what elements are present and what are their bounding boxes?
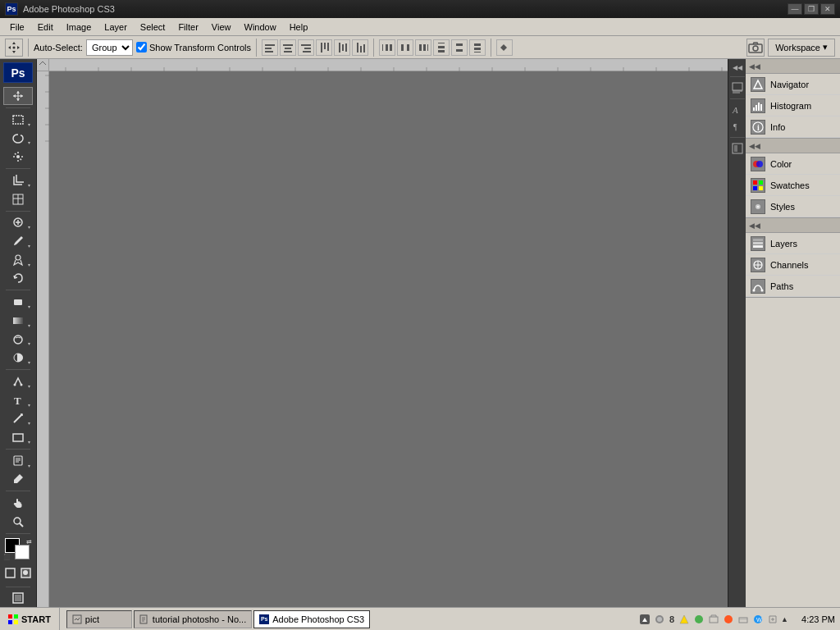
auto-align-btn[interactable] (496, 39, 513, 56)
svg-rect-11 (324, 43, 326, 49)
align-top-btn[interactable] (316, 39, 332, 56)
dist-center-h-btn[interactable] (397, 39, 413, 56)
show-transform-checkbox[interactable] (136, 42, 147, 52)
menu-file[interactable]: File (3, 18, 31, 35)
app-icon: Ps (5, 2, 18, 16)
color-boxes[interactable]: ⇄ ⬛ (3, 538, 33, 560)
clone-stamp-btn[interactable]: ▾ (3, 251, 33, 269)
panel-info[interactable]: i Info (746, 116, 840, 138)
panel-group1-icon[interactable] (730, 80, 745, 95)
hand-tool-btn[interactable] (3, 494, 33, 512)
background-color[interactable] (15, 545, 30, 559)
close-button[interactable]: ✕ (820, 3, 835, 15)
dodge-tool-btn[interactable]: ▾ (3, 349, 33, 367)
tray-icon-3[interactable] (678, 613, 691, 626)
canvas-area[interactable] (37, 59, 728, 607)
taskbar-items: pict tutorial photosho - No... Ps Adobe … (63, 610, 630, 628)
auto-select-dropdown[interactable]: Group Layer (86, 39, 133, 56)
align-right-btn[interactable] (298, 39, 314, 56)
svg-rect-15 (345, 43, 347, 52)
standard-mode-btn[interactable] (3, 564, 17, 583)
dist-right-btn[interactable] (415, 39, 431, 56)
menu-view[interactable]: View (205, 18, 238, 35)
panel-channels[interactable]: Channels (746, 254, 840, 276)
panel-group2-collapse[interactable]: ◀◀ (747, 142, 762, 150)
history-brush-btn[interactable] (3, 270, 33, 288)
magic-wand-btn[interactable] (3, 148, 33, 166)
show-transform-container[interactable]: Show Transform Controls (136, 42, 251, 52)
dist-top-btn[interactable] (433, 39, 450, 56)
panel-navigator[interactable]: Navigator (746, 74, 840, 95)
screen-mode-btn[interactable] (3, 589, 33, 607)
align-center-h-btn[interactable] (280, 39, 296, 56)
tray-icon-8[interactable]: W (751, 613, 765, 626)
menu-window[interactable]: Window (238, 18, 283, 35)
swap-colors-icon[interactable]: ⇄ (26, 538, 32, 546)
minimize-button[interactable]: — (788, 3, 802, 15)
reset-colors-icon[interactable]: ⬛ (3, 554, 11, 560)
panel-group3-collapse[interactable]: ◀◀ (747, 221, 762, 230)
taskbar-item-tutorial[interactable]: tutorial photosho - No... (134, 610, 252, 628)
zoom-tool-btn[interactable] (3, 513, 33, 531)
marquee-tool-btn[interactable]: ▾ (3, 111, 33, 129)
dist-center-v-btn[interactable] (451, 39, 468, 56)
menu-help[interactable]: Help (283, 18, 315, 35)
workspace-button[interactable]: Workspace ▾ (768, 39, 835, 57)
panel-paths[interactable]: Paths (746, 276, 840, 297)
menu-edit[interactable]: Edit (31, 18, 60, 35)
start-button[interactable]: START (0, 608, 60, 631)
quick-mask-btn[interactable] (19, 564, 33, 583)
menu-select[interactable]: Select (134, 18, 172, 35)
panel-group3-icon[interactable]: ¶ (730, 119, 745, 134)
camera-icon[interactable] (746, 39, 765, 57)
taskbar-item-pict[interactable]: pict (66, 610, 132, 628)
dist-left-btn[interactable] (379, 39, 395, 56)
lasso-tool-btn[interactable]: ▾ (3, 130, 33, 148)
svg-text:A: A (732, 105, 738, 115)
align-center-v-btn[interactable] (334, 39, 350, 56)
heal-tool-btn[interactable]: ▾ (3, 213, 33, 231)
dist-bottom-btn[interactable] (469, 39, 486, 56)
type-tool-btn[interactable]: T ▾ (3, 391, 33, 409)
tray-icon-6[interactable] (722, 613, 735, 626)
gradient-tool-btn[interactable]: ▾ (3, 312, 33, 330)
panel-histogram[interactable]: Histogram (746, 95, 840, 116)
panel-swatches[interactable]: Swatches (746, 175, 840, 196)
taskbar-item-photoshop[interactable]: Ps Adobe Photoshop CS3 (253, 610, 370, 628)
panel-group4-icon[interactable] (730, 141, 745, 156)
blur-tool-btn[interactable]: ▾ (3, 331, 33, 349)
panel-styles[interactable]: Styles (746, 196, 840, 217)
menu-filter[interactable]: Filter (171, 18, 204, 35)
tray-icon-2[interactable] (653, 613, 666, 626)
panel-group2-icon[interactable]: A (730, 103, 745, 117)
panel-collapse-btn[interactable]: ◀◀ (731, 62, 744, 73)
slice-tool-btn[interactable] (3, 190, 33, 208)
brush-tool-btn[interactable]: ▾ (3, 232, 33, 250)
menu-image[interactable]: Image (60, 18, 98, 35)
crop-tool-btn[interactable]: ▾ (3, 171, 33, 189)
pen-tool-btn[interactable]: ▾ (3, 372, 33, 390)
align-bottom-btn[interactable] (352, 39, 368, 56)
panel-layers[interactable]: Layers (746, 233, 840, 254)
tray-icon-9[interactable] (766, 613, 779, 626)
notes-tool-btn[interactable]: ▾ (3, 452, 33, 470)
work-area[interactable] (49, 71, 728, 607)
shape-tool-btn[interactable]: ▾ (3, 428, 33, 446)
restore-button[interactable]: ❐ (804, 3, 819, 15)
panel-color[interactable]: Color (746, 153, 840, 175)
svg-rect-61 (13, 434, 23, 441)
path-select-btn[interactable]: ▾ (3, 410, 33, 428)
tray-icon-4[interactable] (692, 613, 705, 626)
tool-separator-3 (6, 211, 30, 212)
tray-icon-5[interactable] (707, 613, 720, 626)
svg-rect-117 (759, 180, 763, 185)
align-left-btn[interactable] (262, 39, 278, 56)
tray-icon-7[interactable] (737, 613, 750, 626)
menu-layer[interactable]: Layer (98, 18, 134, 35)
eraser-tool-btn[interactable]: ▾ (3, 293, 33, 311)
panel-group1-collapse[interactable]: ◀◀ (747, 62, 762, 71)
eyedrop-tool-btn[interactable] (3, 471, 33, 489)
move-tool-btn[interactable] (3, 87, 33, 105)
tray-icon-1[interactable] (638, 613, 651, 626)
move-tool-options-icon[interactable] (5, 39, 23, 57)
